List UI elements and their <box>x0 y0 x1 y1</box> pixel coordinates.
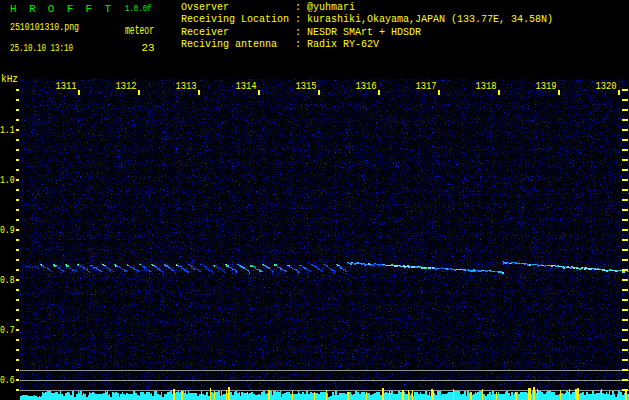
svg-text:1318: 1318 <box>476 81 497 92</box>
svg-text:0.9-: 0.9- <box>0 225 20 236</box>
svg-text:0.6-: 0.6- <box>0 375 20 386</box>
svg-text:1313: 1313 <box>176 81 197 92</box>
svg-text:1.1-: 1.1- <box>0 125 20 136</box>
svg-text:Reciving antenna : Radix RY-: Reciving antenna : Radix RY-62V <box>181 39 379 50</box>
svg-text:0.8-: 0.8- <box>0 275 20 286</box>
svg-text:1.0-: 1.0- <box>0 175 20 186</box>
svg-text:1315: 1315 <box>296 81 317 92</box>
svg-text:1.0.0f: 1.0.0f <box>125 3 152 14</box>
svg-text:25.10.10 13:10: 25.10.10 13:10 <box>10 41 73 54</box>
svg-text:1319: 1319 <box>536 81 557 92</box>
svg-text:1316: 1316 <box>356 81 377 92</box>
svg-text:kHz: kHz <box>1 74 18 85</box>
svg-text:1317: 1317 <box>416 81 437 92</box>
svg-text:2510101310.png: 2510101310.png <box>10 20 79 33</box>
svg-text:Ovserver : @yuhmari: Ovserver : @yuhmari <box>181 2 355 13</box>
svg-text:Receiver : NESDR SMA: Receiver : NESDR SMArt + HDSDR <box>181 27 421 38</box>
svg-text:1314: 1314 <box>236 81 257 92</box>
svg-text:23: 23 <box>142 41 155 54</box>
svg-text:0.7-: 0.7- <box>0 325 20 336</box>
svg-text:meteor: meteor <box>125 24 154 38</box>
svg-text:1311: 1311 <box>56 81 77 92</box>
svg-text:1312: 1312 <box>116 81 137 92</box>
svg-text:1320: 1320 <box>596 81 617 92</box>
svg-text:Receiving Location : kurashiki: Receiving Location : kurashiki,Okayama,J… <box>181 14 553 25</box>
